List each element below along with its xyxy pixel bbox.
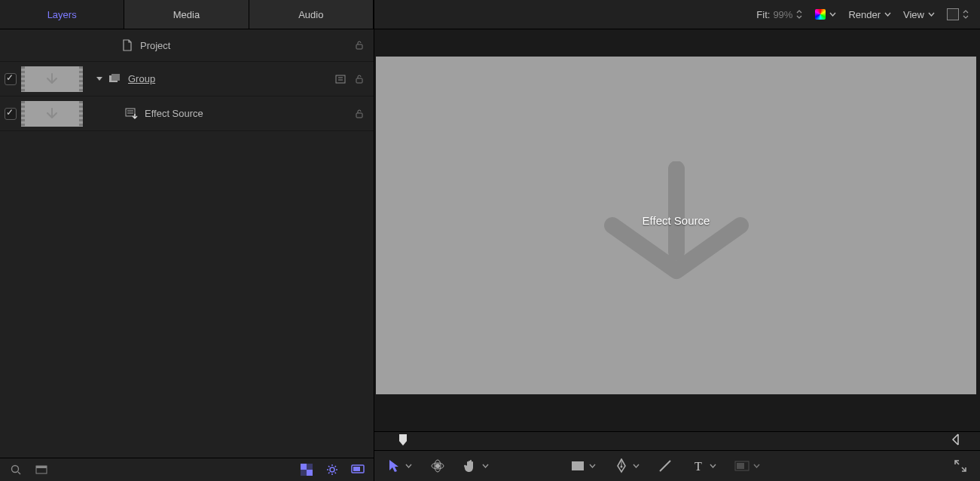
row-effect-source[interactable]: Effect Source bbox=[0, 97, 374, 131]
color-channel-menu[interactable] bbox=[815, 9, 836, 20]
svg-rect-13 bbox=[301, 470, 307, 476]
row-group[interactable]: Group bbox=[0, 62, 374, 97]
chevron-down-icon bbox=[829, 11, 836, 18]
lock-icon[interactable] bbox=[354, 74, 365, 84]
chevron-down-icon[interactable] bbox=[632, 462, 640, 470]
pen-tool-icon[interactable] bbox=[614, 458, 629, 473]
mini-timeline[interactable] bbox=[374, 431, 980, 450]
chevron-down-icon[interactable] bbox=[709, 462, 716, 470]
svg-rect-28 bbox=[572, 461, 584, 470]
disclosure-triangle[interactable] bbox=[93, 73, 105, 85]
canvas-toolbar: T bbox=[374, 450, 980, 481]
lock-icon[interactable] bbox=[354, 109, 365, 119]
layers-footer bbox=[0, 458, 374, 481]
svg-line-20 bbox=[335, 473, 337, 474]
chevron-down-icon[interactable] bbox=[405, 462, 412, 470]
layers-list[interactable]: Project Grou bbox=[0, 29, 374, 458]
svg-point-25 bbox=[435, 464, 440, 468]
svg-rect-6 bbox=[356, 113, 362, 118]
svg-rect-9 bbox=[36, 466, 47, 468]
canvas-topbar: Fit: 99% Render View bbox=[374, 0, 980, 29]
svg-rect-5 bbox=[126, 109, 135, 116]
layout-menu[interactable] bbox=[947, 8, 969, 20]
fit-zoom-control[interactable]: Fit: 99% bbox=[756, 9, 803, 20]
select-tool-icon[interactable] bbox=[386, 458, 401, 473]
canvas-frame[interactable]: Effect Source bbox=[376, 57, 976, 394]
effect-source-placeholder: Effect Source bbox=[590, 161, 763, 290]
svg-rect-11 bbox=[307, 470, 313, 476]
effect-thumbnail[interactable] bbox=[21, 101, 83, 127]
svg-text:T: T bbox=[695, 460, 702, 472]
effect-label: Effect Source bbox=[145, 108, 354, 119]
color-wheel-icon bbox=[815, 9, 826, 20]
svg-line-19 bbox=[328, 466, 330, 467]
svg-point-7 bbox=[12, 466, 19, 473]
mask-tool-icon[interactable] bbox=[734, 458, 750, 473]
svg-rect-3 bbox=[336, 75, 345, 83]
svg-point-14 bbox=[330, 467, 334, 472]
chevron-down-icon bbox=[884, 11, 891, 18]
canvas-viewport[interactable]: Effect Source bbox=[374, 29, 980, 431]
layout-icon bbox=[947, 8, 959, 20]
stepper-icon[interactable] bbox=[962, 9, 969, 20]
out-marker[interactable] bbox=[951, 434, 959, 446]
row-project[interactable]: Project bbox=[0, 29, 374, 62]
svg-line-22 bbox=[335, 466, 337, 467]
view-menu[interactable]: View bbox=[903, 9, 935, 20]
expand-icon[interactable] bbox=[953, 458, 968, 473]
svg-rect-10 bbox=[301, 464, 307, 470]
project-icon bbox=[121, 38, 134, 52]
panel-tabs: Layers Media Audio bbox=[0, 0, 374, 29]
chevron-down-icon[interactable] bbox=[481, 462, 489, 470]
screen-icon[interactable] bbox=[351, 463, 365, 476]
lock-icon[interactable] bbox=[354, 40, 365, 51]
canvas-panel: Fit: 99% Render View bbox=[374, 0, 980, 481]
svg-rect-12 bbox=[307, 464, 313, 470]
group-thumbnail[interactable] bbox=[21, 66, 83, 92]
tab-layers[interactable]: Layers bbox=[0, 0, 124, 29]
isolate-icon[interactable] bbox=[334, 74, 347, 84]
svg-rect-34 bbox=[737, 463, 744, 469]
line-tool-icon[interactable] bbox=[658, 458, 673, 473]
hand-tool-icon[interactable] bbox=[463, 458, 478, 473]
svg-line-21 bbox=[328, 473, 330, 474]
svg-line-31 bbox=[660, 461, 670, 471]
placeholder-label: Effect Source bbox=[643, 214, 710, 227]
svg-rect-24 bbox=[353, 467, 360, 471]
playhead-marker[interactable] bbox=[398, 434, 406, 446]
svg-rect-0 bbox=[356, 44, 362, 49]
tab-audio[interactable]: Audio bbox=[249, 0, 374, 29]
svg-rect-4 bbox=[356, 78, 362, 83]
tab-media[interactable]: Media bbox=[124, 0, 249, 29]
render-menu[interactable]: Render bbox=[848, 9, 891, 20]
project-label: Project bbox=[140, 40, 354, 51]
chevron-down-icon bbox=[927, 11, 935, 18]
group-icon bbox=[108, 72, 122, 86]
gear-icon[interactable] bbox=[325, 463, 339, 476]
layers-panel: Layers Media Audio Project bbox=[0, 0, 374, 481]
checker-icon[interactable] bbox=[300, 463, 313, 476]
svg-rect-2 bbox=[111, 74, 120, 81]
rectangle-tool-icon[interactable] bbox=[570, 458, 585, 473]
visibility-checkbox-effect[interactable] bbox=[5, 108, 17, 120]
orbit-tool-icon[interactable] bbox=[430, 458, 445, 473]
chevron-down-icon[interactable] bbox=[588, 462, 596, 470]
chevron-down-icon[interactable] bbox=[753, 462, 760, 470]
stepper-icon[interactable] bbox=[795, 9, 803, 20]
visibility-checkbox-group[interactable] bbox=[5, 73, 17, 85]
effect-source-icon bbox=[125, 107, 139, 121]
frame-icon[interactable] bbox=[35, 463, 48, 476]
search-icon[interactable] bbox=[9, 463, 23, 476]
text-tool-icon[interactable]: T bbox=[691, 458, 706, 473]
group-label[interactable]: Group bbox=[128, 73, 334, 84]
